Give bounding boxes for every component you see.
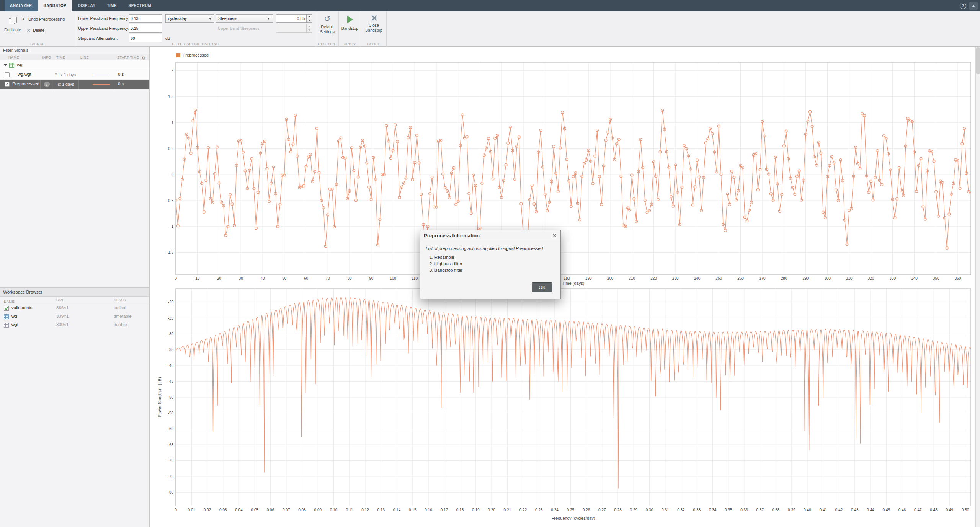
chevron-down-icon <box>209 18 212 20</box>
workspace-row-wgt[interactable]: wgt 339×1 double <box>0 321 149 330</box>
svg-text:0.15: 0.15 <box>409 508 416 512</box>
steepness-dropdown[interactable]: Steepness: <box>216 14 273 23</box>
time-series-plot[interactable]: 0102030405060708090100110120130140150160… <box>152 47 975 292</box>
svg-text:0: 0 <box>171 173 173 177</box>
svg-text:0.5: 0.5 <box>168 147 173 151</box>
svg-text:0.25: 0.25 <box>567 508 575 512</box>
svg-text:Frequency (cycles/day): Frequency (cycles/day) <box>552 516 595 520</box>
svg-text:-1: -1 <box>170 224 173 228</box>
svg-text:-1.5: -1.5 <box>167 250 174 255</box>
ws-var-name: wg <box>11 314 17 318</box>
default-settings-label-1: Default <box>321 24 333 29</box>
signal-analyzer-window: ANALYZER BANDSTOP DISPLAY TIME SPECTRUM … <box>0 0 980 527</box>
svg-text:0.43: 0.43 <box>851 508 859 512</box>
section-label-filter-specifications: FILTER SPECIFICATIONS <box>75 42 316 46</box>
section-label-signal: SIGNAL <box>0 42 75 46</box>
signal-row-wg-wgt[interactable]: wg.wgt * Ts: 1 days 0 s <box>0 70 149 80</box>
signal-start-time: 0 s <box>118 72 124 77</box>
undo-icon: ↶ <box>22 17 26 22</box>
col-time: TIME <box>56 55 65 59</box>
svg-text:0.03: 0.03 <box>219 508 227 512</box>
ws-var-name: validpoints <box>11 305 32 310</box>
svg-text:-65: -65 <box>168 443 174 447</box>
stopband-attenuation-input[interactable] <box>129 34 162 42</box>
ws-var-class: double <box>114 322 127 327</box>
restore-defaults-icon: ↺ <box>324 15 331 23</box>
ws-col-size[interactable]: SIZE <box>56 298 65 302</box>
svg-text:0.14: 0.14 <box>393 508 401 512</box>
stopband-attenuation-label: Stopband Attenuation: <box>78 34 118 42</box>
apply-bandstop-button[interactable]: Bandstop <box>339 13 361 31</box>
ws-var-size: 339×1 <box>56 322 69 327</box>
steepness-stepper[interactable] <box>307 14 312 23</box>
svg-text:0.10: 0.10 <box>330 508 338 512</box>
section-label-close: CLOSE <box>361 42 386 46</box>
svg-text:-70: -70 <box>168 458 174 463</box>
tab-time[interactable]: TIME <box>101 0 122 11</box>
ws-col-class[interactable]: CLASS <box>114 298 126 302</box>
signal-checkbox-wg-wgt[interactable] <box>5 72 10 77</box>
tab-spectrum[interactable]: SPECTRUM <box>123 0 157 11</box>
legend-swatch-preprocessed <box>176 53 180 57</box>
svg-text:190: 190 <box>585 276 592 281</box>
tab-display[interactable]: DISPLAY <box>72 0 101 11</box>
collapse-triangle-icon[interactable] <box>4 64 7 66</box>
close-bandstop-button[interactable]: Close Bandstop <box>361 13 386 33</box>
svg-text:30: 30 <box>239 276 243 281</box>
svg-text:0.13: 0.13 <box>377 508 385 512</box>
svg-text:0.31: 0.31 <box>662 508 669 512</box>
signal-group-icon <box>9 63 14 68</box>
svg-text:0.48: 0.48 <box>930 508 938 512</box>
lower-passband-input[interactable] <box>129 14 162 23</box>
svg-text:0.34: 0.34 <box>709 508 717 512</box>
signal-checkbox-preprocessed[interactable]: ✓ <box>5 82 10 87</box>
gear-icon[interactable]: ⚙ <box>142 55 146 61</box>
dialog-close-icon[interactable] <box>552 233 557 238</box>
toolstrip-collapse-icon[interactable] <box>969 2 978 10</box>
info-icon[interactable]: i <box>44 82 50 87</box>
tab-analyzer[interactable]: ANALYZER <box>5 0 38 11</box>
svg-text:270: 270 <box>759 276 766 281</box>
power-spectrum-plot[interactable]: 00.010.020.030.040.050.060.070.080.090.1… <box>152 285 975 527</box>
frequency-units-dropdown[interactable]: cycles/day <box>165 14 214 23</box>
workspace-row-wg[interactable]: wg 339×1 timetable <box>0 313 149 321</box>
svg-text:0.17: 0.17 <box>441 508 448 512</box>
dialog-title-bar[interactable]: Preprocess Information <box>420 230 560 241</box>
svg-text:-50: -50 <box>168 395 174 400</box>
default-settings-label-2: Settings <box>320 29 335 34</box>
svg-text:310: 310 <box>846 276 853 281</box>
step-up-icon <box>308 16 310 17</box>
svg-text:0.19: 0.19 <box>472 508 480 512</box>
svg-text:70: 70 <box>326 276 330 281</box>
help-icon[interactable]: ? <box>960 3 966 9</box>
svg-text:0.39: 0.39 <box>788 508 795 512</box>
scrollbar-thumb[interactable] <box>976 47 980 74</box>
ws-var-name: wgt <box>11 322 18 327</box>
undo-preprocessing-button[interactable]: ↶ Undo Preprocessing <box>22 16 65 23</box>
duplicate-button[interactable]: Duplicate <box>2 14 23 41</box>
workspace-browser-header[interactable]: Workspace Browser <box>0 287 149 297</box>
plot-legend[interactable]: Preprocessed <box>176 53 209 57</box>
dialog-title: Preprocess Information <box>424 233 480 238</box>
workspace-row-validpoints[interactable]: validpoints 366×1 logical <box>0 304 149 313</box>
svg-text:0.05: 0.05 <box>251 508 259 512</box>
signal-row-preprocessed[interactable]: ✓ Preprocessed i Ts: 1 days 0 s <box>0 80 149 89</box>
steepness-input[interactable] <box>276 14 307 23</box>
svg-text:330: 330 <box>889 276 896 281</box>
svg-text:0.01: 0.01 <box>188 508 196 512</box>
tab-bandstop[interactable]: BANDSTOP <box>38 0 72 11</box>
preprocess-information-dialog: Preprocess Information List of preproces… <box>420 230 561 299</box>
upper-passband-input[interactable] <box>129 24 162 33</box>
section-signal: Duplicate ↶ Undo Preprocessing Delete SI… <box>0 11 75 47</box>
svg-text:0.04: 0.04 <box>235 508 243 512</box>
delete-button[interactable]: Delete <box>26 27 44 34</box>
vertical-scrollbar[interactable] <box>975 47 980 527</box>
delete-label: Delete <box>33 28 44 33</box>
svg-text:0.38: 0.38 <box>772 508 780 512</box>
signal-group-row-wg[interactable]: wg <box>0 60 149 70</box>
svg-text:-60: -60 <box>168 427 174 431</box>
steepness-label: Steepness: <box>218 16 238 21</box>
svg-text:0.27: 0.27 <box>598 508 606 512</box>
ok-button[interactable]: OK <box>532 282 552 292</box>
default-settings-button[interactable]: ↺ Default Settings <box>316 13 338 34</box>
